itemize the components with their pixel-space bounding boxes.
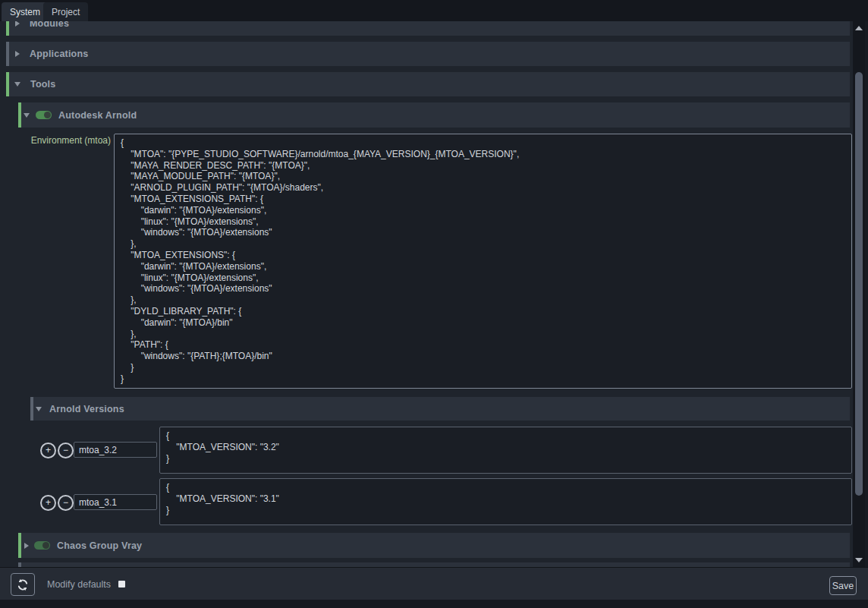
arnold-enabled-toggle[interactable] — [36, 111, 52, 119]
environment-mtoa-label: Environment (mtoa) — [20, 135, 111, 146]
arnold-versions-accent-bar — [30, 397, 33, 421]
environment-mtoa-editor[interactable]: { "MTOA": "{PYPE_STUDIO_SOFTWARE}/arnold… — [114, 134, 852, 389]
settings-panel: Modules Applications Tools Au — [0, 21, 853, 567]
version-env-editor[interactable]: { "MTOA_VERSION": "3.2" } — [159, 427, 852, 474]
chevron-down-icon[interactable] — [36, 407, 42, 411]
plus-icon: + — [46, 497, 51, 509]
toggle-knob — [42, 542, 49, 549]
arrow-down-icon — [855, 558, 863, 562]
footer-bar: Modify defaults Save — [0, 567, 868, 600]
minus-icon: − — [63, 497, 68, 509]
vray-enabled-toggle[interactable] — [34, 541, 50, 550]
section-header-tools[interactable]: Tools — [6, 72, 850, 96]
settings-window: System Project Modules Applications — [0, 0, 868, 608]
plus-icon: + — [46, 445, 51, 456]
remove-version-button[interactable]: − — [58, 495, 74, 511]
chevron-down-icon[interactable] — [24, 113, 30, 118]
vray-accent-bar — [18, 533, 21, 558]
toggle-knob — [44, 112, 51, 118]
scroll-up-button[interactable] — [853, 23, 865, 33]
scroll-down-button[interactable] — [853, 555, 865, 565]
chevron-right-icon[interactable] — [15, 21, 20, 27]
tab-project-label: Project — [52, 7, 80, 17]
modify-defaults-label: Modify defaults — [47, 579, 111, 590]
version-name-input[interactable] — [74, 494, 157, 510]
chevron-right-icon[interactable] — [15, 51, 20, 57]
vertical-scrollbar[interactable] — [853, 21, 865, 567]
modify-defaults-group: Modify defaults — [47, 568, 125, 600]
section-label-modules: Modules — [30, 21, 69, 29]
applications-accent-bar — [6, 42, 9, 66]
save-button[interactable]: Save — [829, 576, 857, 595]
scrollbar-thumb[interactable] — [855, 72, 863, 496]
add-version-button[interactable]: + — [40, 495, 56, 511]
modify-defaults-checkbox[interactable] — [118, 581, 125, 588]
section-header-chaos-group-vray[interactable]: Chaos Group Vray — [18, 533, 850, 558]
chevron-right-icon[interactable] — [24, 543, 29, 549]
section-label-autodesk-arnold: Autodesk Arnold — [58, 110, 137, 121]
version-name-input[interactable] — [74, 442, 157, 458]
version-env-editor[interactable]: { "MTOA_VERSION": "3.1" } — [159, 478, 852, 525]
section-header-arnold-versions[interactable]: Arnold Versions — [30, 397, 850, 421]
arrow-up-icon — [855, 26, 863, 30]
refresh-icon — [16, 578, 30, 591]
tab-system[interactable]: System — [2, 2, 49, 21]
tools-accent-bar — [6, 72, 9, 96]
section-label-chaos-group-vray: Chaos Group Vray — [57, 540, 142, 551]
arnold-accent-bar — [18, 102, 21, 128]
tab-project[interactable]: Project — [43, 2, 88, 21]
chevron-down-icon[interactable] — [14, 82, 20, 87]
remove-version-button[interactable]: − — [58, 443, 74, 458]
section-label-arnold-versions: Arnold Versions — [49, 404, 124, 414]
section-label-tools: Tools — [30, 79, 55, 90]
section-header-modules[interactable]: Modules — [6, 21, 850, 36]
tab-system-label: System — [10, 7, 40, 17]
refresh-button[interactable] — [11, 573, 35, 596]
tab-bar: System Project — [0, 0, 868, 21]
add-version-button[interactable]: + — [40, 443, 56, 458]
section-header-autodesk-arnold[interactable]: Autodesk Arnold — [18, 102, 850, 128]
section-label-applications: Applications — [30, 49, 88, 59]
minus-icon: − — [63, 445, 68, 456]
modules-accent-bar — [6, 21, 9, 36]
section-header-applications[interactable]: Applications — [6, 42, 850, 66]
